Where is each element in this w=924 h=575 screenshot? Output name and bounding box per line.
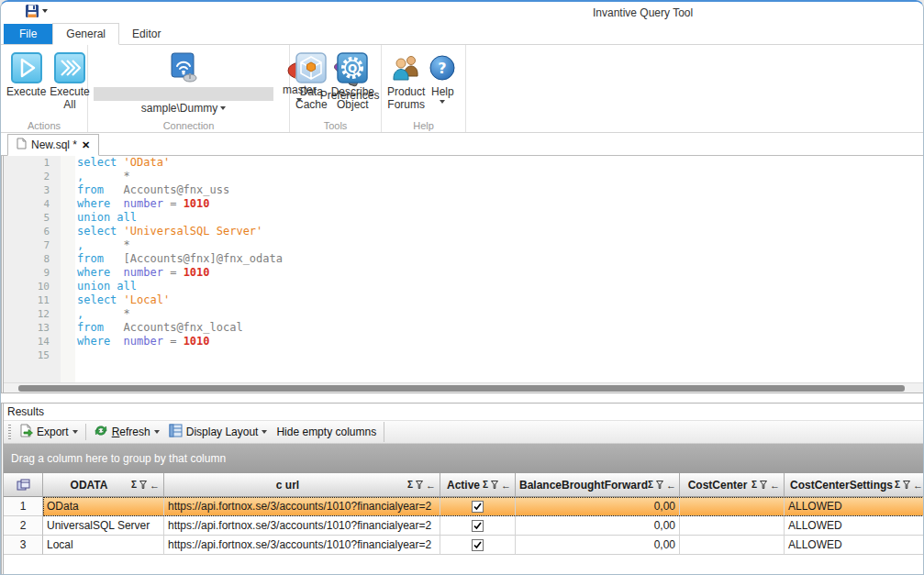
code-line[interactable]: 4where number = 1010	[4, 197, 923, 211]
horizontal-scrollbar[interactable]	[4, 382, 923, 393]
line-number: 13	[4, 321, 61, 335]
sum-icon[interactable]: Σ	[751, 480, 757, 490]
execute-all-button[interactable]: Execute All	[48, 50, 91, 112]
sum-icon[interactable]: Σ	[131, 480, 137, 490]
code-text: , *	[61, 238, 130, 252]
describe-object-button[interactable]: Q Describe Object	[329, 50, 376, 112]
code-text: where number = 1010	[61, 197, 210, 211]
grid-cell[interactable]: ALLOWED	[785, 497, 923, 516]
help-button[interactable]: ? Help	[427, 50, 458, 105]
column-header-odata[interactable]: ODATAΣ←	[43, 473, 164, 497]
sum-icon[interactable]: Σ	[648, 480, 653, 490]
grid-cell[interactable]: https://api.fortnox.se/3/accounts/1010?f…	[164, 497, 440, 516]
checkbox-checked[interactable]	[472, 539, 484, 551]
line-number: 8	[4, 252, 61, 266]
code-line[interactable]: 10union all	[4, 280, 923, 293]
execute-button[interactable]: Execute	[5, 50, 48, 99]
pin-column-icon[interactable]: ←	[426, 480, 436, 491]
pin-column-icon[interactable]: ←	[501, 480, 511, 491]
grid-cell[interactable]: UniversalSQL Server	[43, 516, 164, 536]
row-indicator-header[interactable]	[4, 473, 43, 497]
checkbox-checked[interactable]	[472, 520, 484, 532]
data-cache-button[interactable]: Data Cache	[294, 50, 329, 112]
filter-icon[interactable]	[903, 479, 910, 492]
code-line[interactable]: 11select 'Local'	[4, 293, 923, 307]
filter-icon[interactable]	[760, 479, 767, 492]
tab-editor[interactable]: Editor	[119, 23, 173, 44]
chevron-down-icon	[42, 9, 48, 13]
table-row[interactable]: 2UniversalSQL Serverhttps://api.fortnox.…	[4, 516, 923, 536]
code-lines[interactable]: 1select 'OData'2, *3from Accounts@fnx_us…	[4, 156, 923, 382]
grid-cell[interactable]: ALLOWED	[785, 536, 923, 555]
row-number[interactable]: 2	[4, 516, 43, 536]
code-line[interactable]: 3from Accounts@fnx_uss	[4, 183, 923, 197]
save-button[interactable]	[25, 4, 39, 18]
tab-file[interactable]: File	[4, 23, 52, 44]
group-label-actions: Actions	[1, 120, 87, 131]
display-layout-button[interactable]: Display Layout	[164, 422, 273, 442]
close-tab-icon[interactable]: ✕	[82, 139, 90, 151]
grid-cell[interactable]: OData	[43, 497, 164, 516]
code-line[interactable]: 12, *	[4, 307, 923, 321]
pin-column-icon[interactable]: ←	[666, 480, 676, 491]
sum-icon[interactable]: Σ	[407, 480, 413, 490]
table-row[interactable]: 1ODatahttps://api.fortnox.se/3/accounts/…	[4, 497, 923, 516]
filter-icon[interactable]	[139, 479, 147, 492]
checkbox-checked[interactable]	[472, 501, 484, 513]
code-line[interactable]: 2, *	[4, 170, 923, 183]
filter-icon[interactable]	[656, 479, 663, 492]
grid-cell[interactable]	[680, 497, 785, 516]
quick-access-dropdown[interactable]	[42, 9, 48, 13]
product-forums-label: Product	[387, 85, 425, 98]
panel-splitter[interactable]	[1, 393, 923, 403]
code-line[interactable]: 6select 'UniversalSQL Server'	[4, 225, 923, 238]
grid-cell[interactable]	[680, 536, 785, 555]
grid-cell[interactable]: ALLOWED	[785, 516, 923, 536]
toolbar-grip-handle[interactable]	[8, 425, 11, 439]
sum-icon[interactable]: Σ	[895, 480, 900, 490]
grid-cell[interactable]: 0,00	[516, 516, 680, 536]
grid-cell[interactable]: https://api.fortnox.se/3/accounts/1010?f…	[164, 536, 440, 555]
editor-tab[interactable]: New.sql * ✕	[7, 134, 99, 156]
code-line[interactable]: 14where number = 1010	[4, 335, 923, 348]
row-number[interactable]: 1	[4, 497, 43, 516]
column-header-costcentersettings[interactable]: CostCenterSettingsΣ←	[785, 473, 923, 497]
code-line[interactable]: 7, *	[4, 238, 923, 252]
pin-column-icon[interactable]: ←	[913, 480, 923, 491]
hide-empty-columns-button[interactable]: Hide empty columns	[272, 422, 381, 442]
row-number[interactable]: 3	[4, 536, 43, 555]
grid-cell[interactable]	[440, 497, 516, 516]
product-forums-button[interactable]: Product Forums	[385, 50, 427, 112]
code-line[interactable]: 9where number = 1010	[4, 266, 923, 280]
tab-general[interactable]: General	[52, 23, 119, 45]
connection-button[interactable]: sample\Dummy	[92, 50, 275, 116]
refresh-button[interactable]: Refresh	[89, 422, 164, 442]
grid-cell[interactable]	[440, 516, 516, 536]
grid-cell[interactable]: 0,00	[516, 536, 680, 555]
sql-editor[interactable]: 1select 'OData'2, *3from Accounts@fnx_us…	[1, 156, 923, 393]
sum-icon[interactable]: Σ	[483, 480, 488, 490]
scrollbar-thumb[interactable]	[18, 385, 905, 392]
group-by-bar[interactable]: Drag a column here to group by that colu…	[4, 444, 923, 473]
column-header-active[interactable]: ActiveΣ←	[440, 473, 516, 497]
table-row[interactable]: 3Localhttps://api.fortnox.se/3/accounts/…	[4, 536, 923, 555]
pin-column-icon[interactable]: ←	[770, 480, 780, 491]
code-line[interactable]: 8from [Accounts@fnx]@fnx_odata	[4, 252, 923, 266]
filter-icon[interactable]	[491, 479, 498, 492]
grid-cell[interactable]: https://api.fortnox.se/3/accounts/1010?f…	[164, 516, 440, 536]
filter-icon[interactable]	[416, 479, 423, 492]
grid-cell[interactable]: Local	[43, 536, 164, 555]
code-line[interactable]: 1select 'OData'	[4, 156, 923, 170]
grid-cell[interactable]: 0,00	[516, 497, 680, 516]
data-cache-label: Data	[300, 85, 323, 98]
code-line[interactable]: 13from Accounts@fnx_local	[4, 321, 923, 335]
column-header-costcenter[interactable]: CostCenterΣ←	[680, 473, 785, 497]
column-header-c-url[interactable]: c urlΣ←	[164, 473, 440, 497]
code-line[interactable]: 15	[4, 348, 923, 362]
grid-cell[interactable]	[440, 536, 516, 555]
code-line[interactable]: 5union all	[4, 211, 923, 225]
column-header-balancebroughtforward[interactable]: BalanceBroughtForwardΣ←	[516, 473, 680, 497]
grid-cell[interactable]	[680, 516, 785, 536]
pin-column-icon[interactable]: ←	[150, 480, 160, 491]
export-button[interactable]: Export	[15, 422, 83, 442]
